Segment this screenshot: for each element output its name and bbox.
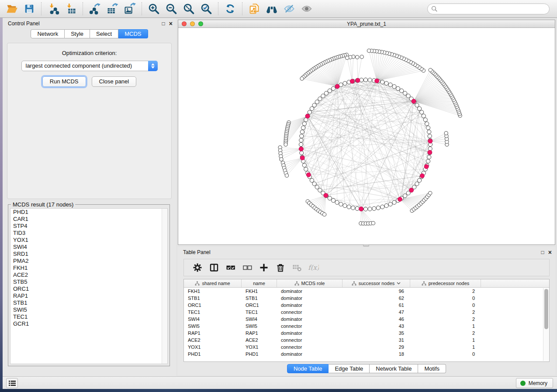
network-node[interactable] <box>444 131 448 135</box>
network-node[interactable] <box>318 97 322 101</box>
network-hub-node-selected[interactable] <box>356 78 360 83</box>
network-hub-node-selected[interactable] <box>324 193 328 198</box>
cell-predecessor-nodes[interactable]: 1 <box>410 323 481 330</box>
cell-predecessor-nodes[interactable]: 1 <box>410 344 481 351</box>
network-node[interactable] <box>331 86 335 90</box>
cell-predecessor-nodes[interactable]: 1 <box>410 337 481 344</box>
result-list-item[interactable]: ACE2 <box>10 272 167 279</box>
tab-select[interactable]: Select <box>90 29 118 38</box>
network-hub-node-selected[interactable] <box>420 174 424 178</box>
mcds-result-list[interactable]: PHD1CAR1STP4TID3YOX1SWI4SRD1PMA2FKH1ACE2… <box>10 208 168 364</box>
show-columns-button[interactable] <box>206 261 222 275</box>
tab-style[interactable]: Style <box>65 29 90 38</box>
tab-network-table[interactable]: Network Table <box>370 364 418 373</box>
cell-predecessor-nodes[interactable]: 2 <box>410 330 481 337</box>
open-file-button[interactable] <box>3 1 21 16</box>
table-row[interactable]: SWI5SWI5connector431 <box>184 323 549 330</box>
network-node[interactable] <box>321 94 325 98</box>
network-node[interactable] <box>302 163 306 167</box>
network-node[interactable] <box>324 91 328 95</box>
table-row[interactable]: STB1STB1dominator620 <box>184 295 549 302</box>
network-node[interactable] <box>376 206 380 210</box>
cell-name[interactable]: PHD1 <box>242 351 277 358</box>
network-node[interactable] <box>422 114 426 118</box>
network-node[interactable] <box>356 55 359 59</box>
cell-successor-nodes[interactable]: 18 <box>343 351 410 358</box>
cell-mcds-role[interactable]: dominator <box>277 351 343 358</box>
result-list-item[interactable]: YOX1 <box>10 237 167 244</box>
cell-shared-name[interactable]: ORC1 <box>184 302 242 309</box>
import-table-button[interactable] <box>62 1 80 16</box>
cell-successor-nodes[interactable]: 43 <box>343 323 410 330</box>
network-node[interactable] <box>384 204 388 208</box>
cell-name[interactable]: ACE2 <box>242 337 277 344</box>
network-node[interactable] <box>381 80 384 84</box>
criterion-dropdown[interactable]: largest connected component (undirected) <box>21 61 158 71</box>
memory-button[interactable]: Memory <box>516 378 553 388</box>
cell-successor-nodes[interactable]: 61 <box>343 302 410 309</box>
network-node[interactable] <box>300 151 304 155</box>
network-node[interactable] <box>372 206 376 210</box>
network-node[interactable] <box>423 118 427 122</box>
close-window-icon[interactable] <box>182 21 187 26</box>
cell-shared-name[interactable]: ACE2 <box>184 337 242 344</box>
result-list-item[interactable]: TEC1 <box>10 313 167 320</box>
cell-shared-name[interactable]: SWI5 <box>184 323 242 330</box>
network-hub-node-selected[interactable] <box>305 114 310 118</box>
cell-successor-nodes[interactable]: 31 <box>343 337 410 344</box>
network-node[interactable] <box>417 179 421 182</box>
column-header-mcds-role[interactable]: MCDS role <box>277 279 343 287</box>
task-list-button[interactable] <box>6 378 18 388</box>
cell-shared-name[interactable]: FKH1 <box>184 288 242 295</box>
network-hub-node-selected[interactable] <box>359 207 363 211</box>
network-node[interactable] <box>285 174 288 177</box>
cell-successor-nodes[interactable]: 35 <box>343 330 410 337</box>
network-node[interactable] <box>351 206 355 210</box>
export-network-button[interactable] <box>86 1 104 16</box>
network-hub-node-selected[interactable] <box>350 79 354 83</box>
network-node[interactable] <box>367 49 370 52</box>
float-table-panel-icon[interactable]: □ <box>541 250 544 255</box>
search-binoculars-button[interactable] <box>263 1 280 16</box>
network-node[interactable] <box>368 207 372 211</box>
network-node[interactable] <box>360 55 363 58</box>
cell-mcds-role[interactable]: dominator <box>277 288 343 295</box>
network-node[interactable] <box>415 103 419 107</box>
table-row[interactable]: ACE2ACE2connector311 <box>184 337 549 344</box>
close-panel-button[interactable]: Close panel <box>92 76 137 87</box>
network-hub-node-selected[interactable] <box>335 84 339 89</box>
cell-predecessor-nodes[interactable]: 2 <box>410 316 481 323</box>
cell-successor-nodes[interactable]: 46 <box>343 316 410 323</box>
network-node[interactable] <box>312 182 316 186</box>
result-list-scrollbar[interactable] <box>162 209 167 364</box>
result-list-item[interactable]: TID3 <box>10 230 167 237</box>
cell-successor-nodes[interactable]: 96 <box>343 288 410 295</box>
copy-network-button[interactable] <box>246 1 263 16</box>
export-image-button[interactable] <box>121 1 138 16</box>
network-node[interactable] <box>315 185 319 189</box>
network-node[interactable] <box>425 122 429 126</box>
result-list-item[interactable]: GCR1 <box>10 320 167 327</box>
result-list-item[interactable]: SWI5 <box>10 306 167 313</box>
search-input[interactable] <box>427 3 550 14</box>
network-node[interactable] <box>339 202 343 206</box>
result-list-item[interactable]: FKH1 <box>10 265 167 272</box>
network-node[interactable] <box>335 200 339 204</box>
network-node[interactable] <box>388 83 392 87</box>
network-node[interactable] <box>406 94 410 98</box>
network-node[interactable] <box>308 110 311 114</box>
cell-mcds-role[interactable]: connector <box>277 337 343 344</box>
export-table-button[interactable] <box>104 1 121 16</box>
network-node[interactable] <box>368 78 372 82</box>
network-node[interactable] <box>346 56 349 59</box>
network-window-titlebar[interactable]: YPA_prune.txt_1 <box>178 20 555 28</box>
close-panel-icon[interactable]: × <box>169 21 173 27</box>
cell-mcds-role[interactable]: dominator <box>277 330 343 337</box>
network-node[interactable] <box>392 85 396 89</box>
cell-mcds-role[interactable]: connector <box>277 323 343 330</box>
network-node[interactable] <box>300 134 304 138</box>
network-node[interactable] <box>363 78 367 82</box>
network-node[interactable] <box>400 89 404 93</box>
delete-row-button[interactable] <box>272 261 289 275</box>
column-header-successor-nodes[interactable]: successor nodes <box>343 279 410 287</box>
